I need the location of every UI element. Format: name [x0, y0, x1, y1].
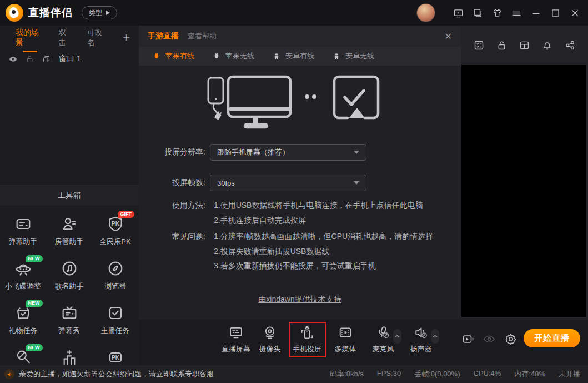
- tool-danmu-assistant[interactable]: 弹幕助手: [0, 214, 46, 258]
- media-icon: [337, 324, 354, 341]
- maximize-button[interactable]: [550, 7, 561, 18]
- metric-dropped-frames: 丢帧:0(0.00%): [414, 369, 460, 379]
- svg-text:PK: PK: [111, 220, 119, 227]
- preview-panel-toolbar: [461, 39, 588, 51]
- tool-song-assistant[interactable]: 歌名助手: [46, 258, 92, 303]
- monitor-icon: [228, 77, 290, 127]
- chevron-down-icon: [354, 151, 359, 154]
- new-badge: NEW: [26, 255, 43, 262]
- gift-badge: GIFT: [118, 211, 135, 218]
- bell-icon[interactable]: [541, 39, 554, 51]
- scene-name: 窗口 1: [59, 54, 81, 64]
- chevron-down-icon: [354, 181, 359, 185]
- tv-icon: [59, 303, 79, 323]
- mobile-cast-dialog: 手游直播 查看帮助 ✕ 苹果有线 苹果无线 安卓有线 安卓无线: [139, 26, 461, 320]
- browser-compass-icon: [105, 258, 125, 278]
- connection-tabs: 苹果有线 苹果无线 安卓有线 安卓无线: [139, 47, 461, 66]
- anchor-notice: 亲爱的主播，如遇欠薪等公会纠纷问题，请立即联系专职客服: [19, 369, 214, 379]
- framerate-label: 投屏帧数:: [139, 178, 210, 188]
- mic-muted-icon: [375, 324, 391, 341]
- faq-line-2: 2.投屏失败请重新插拔USB数据线: [214, 247, 329, 257]
- preview-eye-icon[interactable]: [482, 332, 496, 346]
- unlock-icon[interactable]: [24, 54, 34, 64]
- room-manager-icon: [59, 214, 79, 234]
- live-screen-source[interactable]: 直播屏幕: [218, 324, 254, 354]
- usage-line-1: 1.使用USB数据线将手机与电脑连接，在手机上点信任此电脑: [214, 201, 423, 211]
- user-avatar[interactable]: [416, 3, 435, 22]
- resolution-dropdown[interactable]: 跟随手机屏幕（推荐）: [210, 144, 366, 161]
- tool-sing-identify[interactable]: NEW: [0, 347, 46, 365]
- scene-tab-2[interactable]: 双击: [58, 26, 73, 51]
- live-status: 未开播: [559, 369, 580, 379]
- settings-gear-icon[interactable]: [504, 332, 518, 346]
- cast-preview-screen[interactable]: [461, 65, 586, 317]
- cast-illustration: [207, 73, 385, 132]
- media-source[interactable]: 多媒体: [328, 324, 363, 354]
- titlebar: 直播伴侣 类型: [0, 0, 588, 26]
- toolbox-grid: 弹幕助手 房管助手 PK GIFT 全民乐PK NEW 小飞碟调整: [0, 214, 139, 365]
- faq-line-3: 3.若多次重新插拔仍不能投屏，可尝试重启手机: [214, 261, 376, 271]
- close-button[interactable]: [569, 7, 580, 18]
- device-list-icon[interactable]: [472, 7, 483, 18]
- mic-slash-icon: NEW: [13, 347, 33, 365]
- support-link[interactable]: 由xindawn提供技术支持: [258, 295, 341, 304]
- tab-android-wireless[interactable]: 安卓无线: [325, 47, 381, 66]
- metric-fps: FPS:30: [377, 369, 401, 379]
- screen-icon: [228, 324, 244, 341]
- dialog-close-button[interactable]: ✕: [445, 31, 452, 42]
- duplicate-icon[interactable]: [41, 54, 51, 64]
- tool-anchor-task[interactable]: 主播任务: [92, 303, 138, 347]
- checklist-icon[interactable]: [473, 39, 485, 51]
- start-live-button[interactable]: 开始直播: [524, 329, 580, 347]
- metric-cpu: CPU:4%: [474, 369, 501, 379]
- dialog-title: 手游直播: [148, 31, 179, 41]
- tool-room-manager[interactable]: 房管助手: [46, 214, 92, 258]
- screen-preview-icon[interactable]: [453, 7, 464, 18]
- visibility-eye-icon[interactable]: [8, 54, 18, 64]
- tab-android-wired[interactable]: 安卓有线: [265, 47, 321, 66]
- unlock-icon[interactable]: [496, 39, 508, 51]
- airplay-triangle-icon: [349, 108, 365, 118]
- tab-apple-wired[interactable]: 苹果有线: [145, 47, 201, 66]
- pk-shield-icon: PK GIFT: [105, 214, 125, 234]
- theme-skin-icon[interactable]: [491, 7, 502, 18]
- notice-speaker-icon: [4, 369, 14, 379]
- tool-ufo-adjust[interactable]: NEW 小飞碟调整: [0, 258, 46, 303]
- camera-source[interactable]: 摄像头: [252, 324, 288, 354]
- speaker-options-button[interactable]: [431, 329, 439, 344]
- minimize-button[interactable]: [530, 7, 541, 18]
- speaker-muted-icon: [413, 324, 429, 341]
- support-link-row: 由xindawn提供技术支持: [139, 295, 461, 305]
- tool-gift-task[interactable]: NEW 礼物任务: [0, 303, 46, 347]
- view-help-link[interactable]: 查看帮助: [188, 31, 217, 41]
- tool-pk-box[interactable]: PK: [92, 347, 138, 365]
- mic-options-button[interactable]: [393, 329, 401, 344]
- new-badge: NEW: [26, 344, 43, 351]
- scene-source-row[interactable]: 窗口 1: [0, 51, 139, 67]
- add-scene-button[interactable]: +: [123, 32, 130, 44]
- record-icon[interactable]: [461, 332, 475, 346]
- metric-memory: 内存:48%: [514, 369, 545, 379]
- scene-sidebar: 我的场景 双击 可改名 + 窗口 1 工具箱 弹幕助手 房管助手: [0, 26, 139, 365]
- faq-line-1: 1.分辨率/帧数越高画面越清晰，但CPU消耗也越高，请酌情选择: [214, 232, 433, 242]
- phone-cast-source[interactable]: 手机投屏: [289, 324, 325, 354]
- scene-tab-my-scene[interactable]: 我的场景: [16, 26, 44, 51]
- layout-icon[interactable]: [519, 39, 531, 51]
- resolution-label: 投屏分辨率:: [139, 147, 210, 157]
- stream-metrics: 码率:0kb/s FPS:30 丢帧:0(0.00%) CPU:4% 内存:48…: [330, 369, 580, 379]
- framerate-dropdown[interactable]: 30fps: [210, 175, 366, 191]
- scene-tab-3[interactable]: 可改名: [87, 26, 108, 51]
- tool-browser[interactable]: 浏览器: [92, 258, 138, 303]
- tool-ranking[interactable]: [46, 347, 92, 365]
- menu-icon[interactable]: [511, 7, 522, 18]
- tool-danmu-show[interactable]: 弹幕秀: [46, 303, 92, 347]
- faq-label: 常见问题:: [139, 232, 210, 242]
- type-button-label: 类型: [89, 8, 102, 18]
- source-toolbar: 直播屏幕 摄像头 手机投屏 多媒体 麦克风 扬声器: [139, 320, 588, 365]
- tool-pk[interactable]: PK GIFT 全民乐PK: [92, 214, 138, 258]
- type-button[interactable]: 类型: [82, 6, 117, 19]
- tab-apple-wireless[interactable]: 苹果无线: [205, 47, 261, 66]
- ufo-icon: NEW: [13, 258, 33, 278]
- usage-line-2: 2.手机连接后自动完成投屏: [214, 216, 306, 226]
- share-icon[interactable]: [564, 39, 576, 51]
